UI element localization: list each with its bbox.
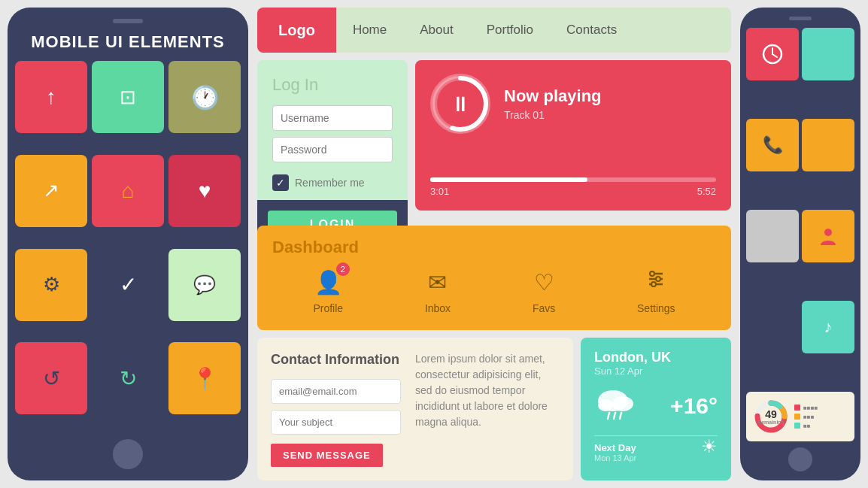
nav-bar: Logo Home About Portfolio Contacts [257,8,731,53]
cloud-rain-icon [594,384,639,428]
heart-icon: ♥ [199,179,211,203]
remember-checkbox[interactable]: ✓ [272,174,289,191]
right-cell-music[interactable]: ♪ [802,301,854,353]
icon-cell-gear[interactable]: ⚙ [15,249,87,321]
dashboard-title: Dashboard [272,238,716,257]
svg-point-10 [598,399,613,411]
send-message-button[interactable]: SEND MESSAGE [271,444,383,467]
icon-cell-chat[interactable]: 💬 [168,249,241,321]
weather-date: Sun 12 Apr [594,365,718,377]
task-remaining-label: Remaining [757,420,785,425]
contact-email-input[interactable] [271,379,401,404]
right-phone-home-btn[interactable] [788,447,812,471]
icon-cell-reload[interactable]: ↻ [92,342,164,414]
phone-icon: 📞 [763,135,783,155]
current-time: 3:01 [430,186,449,197]
icon-cell-clock[interactable]: 🕐 [168,61,241,133]
progress-times: 3:01 5:52 [430,186,716,197]
task-bar-row-1: ■■■■ [794,405,818,411]
contact-title: Contact Information [271,351,401,368]
weather-city: London, UK [594,350,718,365]
progress-bar-fill [430,177,587,182]
task-bars: ■■■■ ■■■ ■■ [794,405,818,429]
profile-icon-wrap: 👤 2 [314,268,342,296]
svg-point-17 [824,229,832,236]
right-cell-teal[interactable] [802,28,854,80]
contact-subject-input[interactable] [271,410,401,435]
dash-item-inbox[interactable]: ✉ Inbox [425,268,451,314]
right-cell-gray[interactable] [746,210,799,262]
play-circle[interactable]: ⏸ [430,74,490,134]
clock-icon: 🕐 [191,84,219,111]
login-card: Log In ✓ Remember me LOGIN [257,60,408,211]
now-playing-card: ⏸ Now playing Track 01 3:01 5:52 [415,60,731,211]
reload-icon: ↻ [120,366,137,391]
icon-cell-upload[interactable]: ↑ [15,61,87,133]
svg-line-12 [614,413,615,419]
progress-bar-area: 3:01 5:52 [430,177,716,197]
username-input[interactable] [272,105,393,131]
task-dot-orange [794,414,800,420]
inbox-icon: ✉ [428,270,447,295]
task-bar-row-3: ■■ [794,423,818,429]
nav-logo[interactable]: Logo [257,8,336,53]
svg-line-13 [620,413,621,419]
right-bottom: 49 Remaining ■■■■ ■■■ ■■ [746,392,854,441]
right-cell-phone[interactable]: 📞 [746,119,799,171]
left-phone-speaker [113,19,143,23]
password-input[interactable] [272,137,393,162]
task-remaining-number: 49 [765,408,777,420]
svg-point-9 [612,396,633,411]
settings-label: Settings [637,302,675,314]
contact-left: Contact Information SEND MESSAGE [271,351,401,467]
icon-cell-heart[interactable]: ♥ [168,155,241,227]
sun-icon: ☀ [701,436,718,457]
contact-right: Lorem ipsum dolor sit amet, consectetur … [415,351,560,430]
nav-link-about[interactable]: About [403,8,469,53]
right-phone: 📞 ♪ [740,8,860,480]
middle-content: Logo Home About Portfolio Contacts Log I… [248,0,740,488]
camera-icon: ⊡ [120,86,136,109]
settings-icon [645,268,667,290]
icon-cell-pin[interactable]: 📍 [168,342,241,414]
contact-card: Contact Information SEND MESSAGE Lorem i… [257,338,573,480]
dash-item-favs[interactable]: ♡ Favs [533,268,555,314]
weather-temp: +16° [670,393,718,419]
weather-next-date: Mon 13 Apr [594,453,718,462]
nav-link-portfolio[interactable]: Portfolio [470,8,550,53]
icon-cell-refresh[interactable]: ↺ [15,342,87,414]
left-phone-home-btn[interactable] [113,439,143,469]
nav-link-contacts[interactable]: Contacts [550,8,633,53]
right-cell-dark[interactable] [746,301,799,353]
refresh-icon: ↺ [43,366,60,391]
left-icon-grid: ↑ ⊡ 🕐 ↗ ⌂ ♥ ⚙ ✓ 💬 ↺ ↻ [15,61,241,432]
task-dot-teal [794,423,800,429]
right-cell-orange2[interactable] [802,119,854,171]
music-icon: ♪ [824,317,833,337]
now-playing-top: ⏸ Now playing Track 01 [430,74,716,134]
right-phone-speaker [789,17,812,20]
icon-cell-share[interactable]: ↗ [15,155,87,227]
nav-links: Home About Portfolio Contacts [336,8,731,53]
dash-item-profile[interactable]: 👤 2 Profile [313,268,343,314]
lorem-text: Lorem ipsum dolor sit amet, consectetur … [415,351,560,430]
home-icon: ⌂ [122,179,135,203]
nav-link-home[interactable]: Home [336,8,403,53]
weather-next: ☀ Next Day Mon 13 Apr [594,435,718,462]
share-icon: ↗ [43,179,59,202]
settings-icon-wrap [645,268,667,296]
cloud-svg [594,384,639,422]
left-phone-title: MOBILE UI ELEMENTS [15,32,241,52]
progress-bar-track[interactable] [430,177,716,182]
favs-icon-wrap: ♡ [534,268,554,296]
middle-row: Log In ✓ Remember me LOGIN ⏸ [257,60,731,211]
right-cell-person[interactable] [802,210,854,262]
inbox-icon-wrap: ✉ [428,268,447,296]
right-cell-clock[interactable] [746,28,799,80]
task-label-1: ■■■■ [803,405,818,411]
icon-cell-camera[interactable]: ⊡ [92,61,164,133]
dash-item-settings[interactable]: Settings [637,268,675,314]
icon-cell-checkmark[interactable]: ✓ [92,249,164,321]
icon-cell-home[interactable]: ⌂ [92,155,164,227]
bottom-row: Contact Information SEND MESSAGE Lorem i… [257,338,731,480]
